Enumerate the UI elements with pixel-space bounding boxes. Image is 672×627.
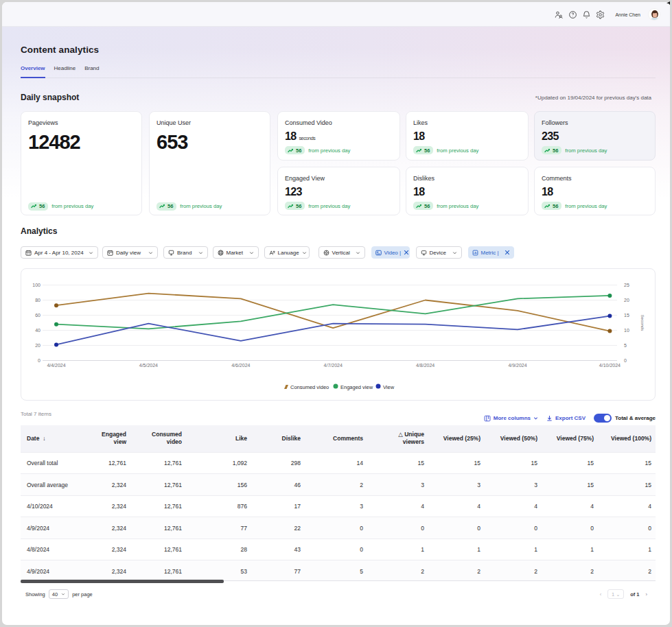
svg-text:100: 100 [32, 283, 40, 287]
svg-text:25: 25 [624, 283, 629, 287]
svg-text:60: 60 [35, 313, 40, 318]
svg-text:80: 80 [35, 298, 40, 303]
svg-text:Seconds: Seconds [640, 315, 645, 331]
svg-text:Consumed video: Consumed video [290, 384, 329, 390]
svg-text:4/7/2024: 4/7/2024 [324, 363, 343, 368]
svg-text:4/10/2024: 4/10/2024 [599, 363, 621, 368]
svg-text:20: 20 [35, 343, 40, 348]
svg-text:4/9/2024: 4/9/2024 [508, 363, 526, 368]
svg-text:4/4/2024: 4/4/2024 [47, 363, 65, 368]
svg-text:10: 10 [624, 328, 629, 333]
svg-text:4/8/2024: 4/8/2024 [416, 363, 435, 368]
svg-text:15: 15 [624, 313, 629, 318]
svg-text:View: View [383, 384, 395, 390]
svg-text:5: 5 [624, 343, 627, 348]
svg-text:4/5/2024: 4/5/2024 [139, 363, 158, 368]
svg-text:Engaged view: Engaged view [340, 384, 373, 390]
svg-text:0: 0 [38, 358, 40, 363]
svg-text:0: 0 [624, 358, 627, 363]
svg-text:20: 20 [624, 298, 629, 303]
svg-text:4/6/2024: 4/6/2024 [231, 363, 250, 368]
svg-text:40: 40 [35, 328, 40, 333]
